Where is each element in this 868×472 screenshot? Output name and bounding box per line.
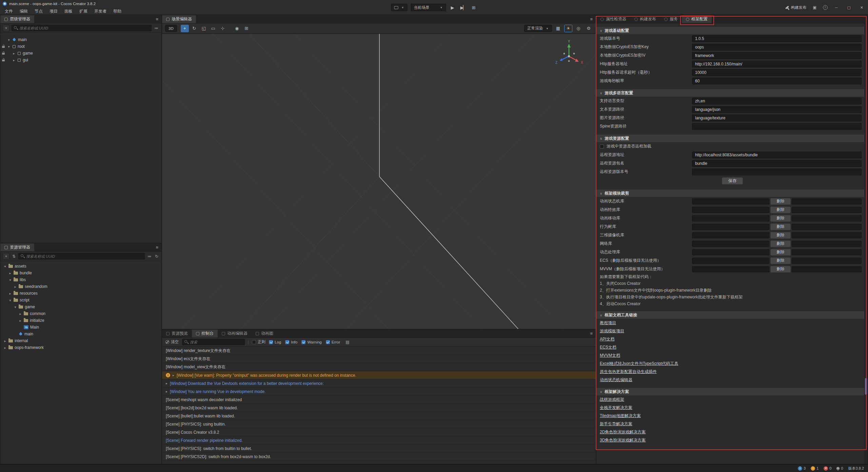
hierarchy-search-input[interactable]: [12, 25, 152, 31]
camera-preview-toggle-icon[interactable]: ◎: [574, 25, 583, 32]
log-row[interactable]: [Window] ecs文件夹存在: [162, 355, 596, 363]
tree-row[interactable]: main: [0, 331, 161, 337]
section-basic-config[interactable]: ∨游戏基础配置: [596, 27, 864, 34]
menu-item[interactable]: 项目: [46, 7, 61, 15]
expand-arrow-icon[interactable]: ▸: [173, 373, 174, 377]
solution-link[interactable]: 新手引导解决方案: [600, 421, 632, 427]
step-button[interactable]: ▶▏: [459, 5, 467, 10]
log-row[interactable]: [Scene] meshopt wasm decoder initialized: [162, 396, 596, 404]
error-count[interactable]: ✕ 0: [824, 466, 831, 471]
property-input[interactable]: [692, 160, 862, 167]
inspector-tab[interactable]: 服务: [660, 15, 682, 23]
property-input[interactable]: [692, 152, 862, 158]
lock-icon[interactable]: [2, 60, 5, 61]
tree-row[interactable]: ▸internal: [0, 337, 161, 344]
tree-row[interactable]: ▾libs: [0, 276, 161, 283]
scene-select-dropdown[interactable]: 当前场景 ▾: [411, 4, 446, 11]
render-mode-dropdown[interactable]: 正常渲染 ▾: [524, 25, 552, 32]
property-input[interactable]: [692, 52, 862, 59]
log-row[interactable]: !▸[Window] [Vue warn]: Property "onInput…: [162, 371, 596, 379]
section-doc-links[interactable]: ∨框架文档工具链接: [596, 311, 864, 319]
maximize-button[interactable]: ▢: [845, 5, 852, 10]
remote-load-checkbox[interactable]: [600, 144, 604, 149]
filter-error-checkbox[interactable]: Error: [326, 340, 340, 344]
caret-down-icon[interactable]: ▾: [8, 278, 12, 282]
section-language-config[interactable]: ∨游戏多语言配置: [596, 89, 864, 97]
scale-tool[interactable]: ◱: [200, 25, 208, 32]
assets-search-input[interactable]: [18, 253, 145, 259]
console-tab[interactable]: 动画编辑器: [218, 330, 252, 337]
log-row[interactable]: ▸[Window] You are running Vue in develop…: [162, 388, 596, 396]
solution-link[interactable]: 3D角色扮演游戏解决方案: [600, 437, 646, 443]
caret-right-icon[interactable]: ▸: [3, 339, 7, 343]
doc-link[interactable]: API文档: [600, 336, 614, 342]
menu-item[interactable]: 扩展: [76, 7, 91, 15]
solution-link[interactable]: 2D角色扮演游戏解决方案: [600, 429, 646, 435]
doc-link[interactable]: ECS文档: [600, 345, 616, 350]
delete-button[interactable]: 删除: [770, 232, 791, 239]
section-resource-config[interactable]: ∨游戏资源配置: [596, 135, 864, 142]
assets-tab[interactable]: 资源管理器: [0, 243, 34, 251]
doc-link[interactable]: 教程项目: [600, 320, 616, 326]
log-settings-icon[interactable]: ▤: [345, 340, 350, 345]
log-row[interactable]: [Scene] [bullet]:bullet wasm lib loaded.: [162, 412, 596, 420]
menu-item[interactable]: 编辑: [16, 7, 31, 15]
property-input[interactable]: [692, 106, 862, 113]
tree-row[interactable]: ▾game: [0, 303, 161, 310]
filter-info-checkbox[interactable]: Info: [285, 340, 297, 344]
log-row[interactable]: [Window] model_view文件夹存在: [162, 363, 596, 371]
property-input[interactable]: [692, 169, 862, 175]
tree-row[interactable]: ▾assets: [0, 263, 161, 270]
build-publish-button[interactable]: 构建发布: [785, 5, 807, 10]
notification-count[interactable]: 0: [836, 466, 843, 470]
scene-tab[interactable]: 场景编辑器: [162, 15, 196, 23]
panel-menu-icon[interactable]: ≡: [153, 15, 161, 23]
doc-link[interactable]: Excel格式转Json文件与TypeScript代码工具: [600, 361, 678, 367]
delete-button[interactable]: 删除: [770, 240, 791, 247]
preview-window-icon[interactable]: ▣: [812, 5, 817, 10]
scrollbar[interactable]: [864, 23, 868, 464]
save-button[interactable]: 保存: [722, 177, 743, 184]
caret-right-icon[interactable]: ▸: [19, 319, 22, 322]
rect-tool[interactable]: ▭: [209, 25, 217, 32]
log-row[interactable]: [Scene] [box2d]:box2d wasm lib loaded.: [162, 404, 596, 412]
grid-toggle-icon[interactable]: ▦: [554, 25, 562, 32]
filter-warning-checkbox[interactable]: Warning: [301, 340, 321, 344]
refresh-icon[interactable]: ↻: [154, 254, 159, 259]
section-solution-links[interactable]: ∨框架解决方案: [596, 388, 864, 395]
property-input[interactable]: [692, 78, 862, 84]
rotate-tool[interactable]: ↻: [190, 25, 198, 32]
tree-row[interactable]: ▸gui: [0, 57, 161, 63]
menu-item[interactable]: 节点: [31, 7, 46, 15]
scene-light-toggle-icon[interactable]: ☀: [564, 25, 572, 32]
scene-viewport[interactable]: Y X Z: [162, 34, 596, 329]
delete-button[interactable]: 删除: [770, 249, 791, 256]
tree-row[interactable]: ▾script: [0, 297, 161, 303]
menu-item[interactable]: 面板: [61, 7, 76, 15]
tree-row[interactable]: ▸common: [0, 310, 161, 317]
scrollbar-thumb[interactable]: [865, 378, 867, 395]
expand-arrow-icon[interactable]: ▸: [166, 381, 167, 385]
tree-row[interactable]: ▸resources: [0, 290, 161, 297]
caret-right-icon[interactable]: ▸: [12, 52, 16, 55]
lock-icon[interactable]: [2, 53, 5, 55]
app-manager-button[interactable]: ⊞: [471, 5, 477, 10]
property-input[interactable]: [692, 123, 862, 130]
tree-row[interactable]: ▾main: [0, 36, 161, 43]
log-row[interactable]: ▸[Window] Download the Vue Devtools exte…: [162, 379, 596, 388]
caret-down-icon[interactable]: ▾: [14, 305, 17, 309]
property-input[interactable]: [692, 69, 862, 76]
tree-row[interactable]: ▸initialize: [0, 317, 161, 324]
preview-target-dropdown[interactable]: ▾: [391, 4, 408, 11]
tree-row[interactable]: ▸game: [0, 50, 161, 57]
hierarchy-tab[interactable]: 层级管理器: [0, 15, 34, 23]
view-orientation-gizmo[interactable]: Y X Z: [554, 40, 586, 72]
console-tab[interactable]: 控制台: [192, 330, 218, 337]
console-tab[interactable]: 资源预览: [162, 330, 192, 337]
world-space-toggle[interactable]: ◉: [233, 25, 241, 32]
delete-button[interactable]: 删除: [770, 215, 791, 222]
doc-link[interactable]: 动画状态机编辑器: [600, 377, 632, 383]
delete-button[interactable]: 删除: [770, 266, 791, 273]
section-module-trim[interactable]: ∨框架模块裁剪: [596, 190, 864, 197]
solution-link[interactable]: Tiledmap地图解决方案: [600, 413, 641, 419]
